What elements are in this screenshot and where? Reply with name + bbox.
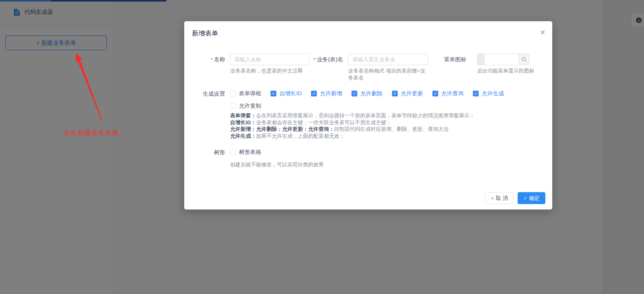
checkbox-allow-copy[interactable]: ✓ 允许复制 — [230, 102, 261, 110]
checkbox-allow-delete[interactable]: ✓ 允许删除 — [351, 90, 383, 97]
required-asterisk: * — [211, 57, 213, 63]
help-line: 允许新增：允许删除：允许更新：允许查询：控制层代码生成对应新增、删除、更新、查询… — [230, 126, 484, 133]
check-mark-icon: ✓ — [474, 91, 478, 96]
close-icon: × — [491, 195, 494, 201]
checkbox-tree-table[interactable]: ✓ 树形表格 — [230, 149, 261, 156]
modal-title: 新增表单 — [192, 29, 218, 38]
check-mark-icon: ✓ — [393, 91, 397, 96]
tree-helper-text: 创建后就不能修改，可以实现分类的效果 — [230, 161, 324, 168]
checkbox-allow-query[interactable]: ✓ 允许查询 — [432, 90, 464, 97]
check-mark-icon: ✓ — [434, 91, 437, 96]
table-name-helper-text: 业务表名称格式 项目的表前缀+业务表名 — [348, 68, 430, 81]
checkbox-auto-increment-id[interactable]: ✓ 自增长ID — [271, 90, 302, 97]
menu-icon-input[interactable] — [484, 54, 519, 65]
generate-settings-help: 表单弹窗：会在列表页采用弹窗展示，否则会跳转一个新的表单页面，表单字段较少的情况… — [230, 112, 484, 139]
name-field-label: *名称 — [196, 54, 225, 66]
checkbox-allow-add[interactable]: ✓ 允许新增 — [311, 90, 342, 97]
menu-icon-field-label: 菜单图标 — [435, 54, 466, 65]
cancel-button[interactable]: × 取 消 — [485, 192, 514, 204]
checkbox-icon: ✓ — [392, 91, 398, 96]
checkbox-icon: ✓ — [432, 91, 438, 96]
check-mark-icon: ✓ — [272, 91, 275, 96]
icon-search-button[interactable] — [519, 54, 530, 65]
checkbox-icon: ✓ — [230, 103, 236, 109]
checkbox-allow-update[interactable]: ✓ 允许更新 — [392, 90, 423, 97]
confirm-button[interactable]: ✓ 确定 — [518, 192, 545, 204]
checkbox-icon: ✓ — [230, 149, 236, 155]
generate-settings-checkboxes: ✓ 表单弹框 ✓ 自增长ID ✓ 允许新增 ✓ 允许删除 ✓ 允许更新 ✓ 允许… — [230, 90, 527, 115]
help-line: 允许生成：如果不允许生成，上面的配置都无效； — [230, 133, 484, 140]
checkbox-form-popup[interactable]: ✓ 表单弹框 — [230, 90, 261, 97]
checkbox-allow-generate[interactable]: ✓ 允许生成 — [473, 90, 504, 97]
required-asterisk: * — [314, 57, 316, 63]
checkbox-icon: ✓ — [271, 91, 276, 96]
checkbox-icon: ✓ — [473, 91, 479, 96]
close-icon[interactable]: × — [537, 27, 548, 38]
name-input[interactable] — [230, 54, 309, 65]
generate-settings-label: 生成设置 — [196, 90, 225, 98]
check-icon: ✓ — [523, 196, 527, 201]
icon-preview-box — [478, 54, 484, 65]
checkbox-icon: ✓ — [311, 91, 317, 96]
annotation-note: 点击新建业务表单 — [64, 128, 119, 137]
menu-icon-helper-text: 后台功能菜单显示的图标 — [477, 68, 546, 74]
check-mark-icon: ✓ — [353, 91, 356, 96]
help-line: 自增长ID：业务表都会存在主键，一些关联业务表可以不用生成主键； — [230, 119, 484, 126]
table-name-input[interactable] — [348, 54, 428, 65]
name-helper-text: 业务表名称，也是表的中文注释 — [230, 68, 323, 74]
help-line: 表单弹窗：会在列表页采用弹窗展示，否则会跳转一个新的表单页面，表单字段较少的情况… — [230, 112, 484, 119]
checkbox-icon: ✓ — [351, 91, 357, 96]
search-icon — [521, 57, 527, 62]
check-mark-icon: ✓ — [312, 91, 316, 96]
table-name-field-label: *业务(表)名 — [309, 54, 343, 66]
checkbox-icon: ✓ — [230, 91, 236, 96]
new-form-modal: 新增表单 × *名称 业务表名称，也是表的中文注释 *业务(表)名 业务表名称格… — [184, 21, 552, 210]
menu-icon-input-group — [477, 54, 530, 65]
menu-icon-input-wrap — [477, 54, 519, 65]
tree-section-label: 树形 — [196, 149, 225, 156]
